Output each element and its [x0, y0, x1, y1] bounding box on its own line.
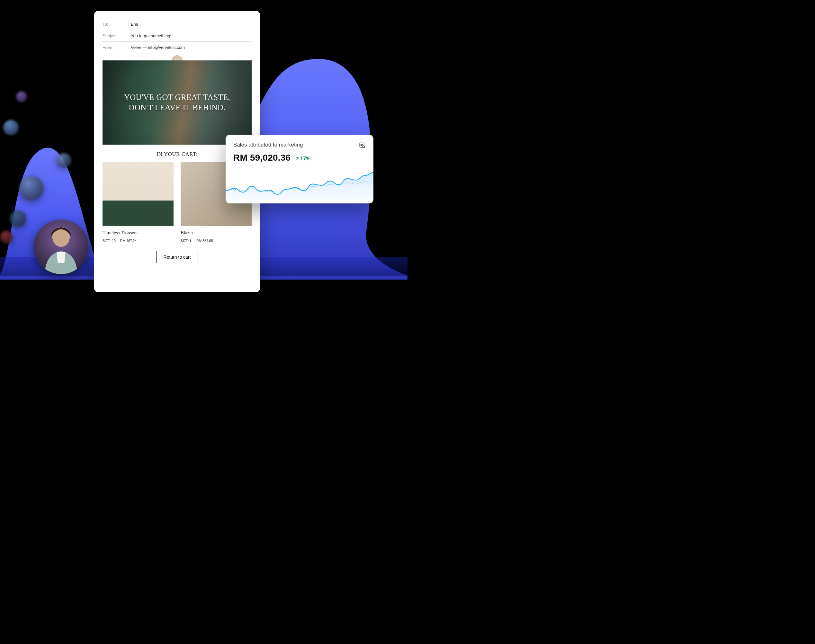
- email-header: To: Emi Subject: You forgot something! F…: [103, 18, 252, 53]
- email-to-row: To: Emi: [103, 18, 252, 30]
- report-search-icon[interactable]: [358, 142, 366, 149]
- email-subject-value: You forgot something!: [131, 34, 171, 38]
- email-hero-wrap: YOU'VE GOT GREAT TASTE, DON'T LEAVE IT B…: [103, 60, 252, 145]
- email-from-value: Verve — info@verveknit.com: [131, 45, 185, 50]
- email-subject-label: Subject:: [103, 34, 131, 38]
- cart-product[interactable]: Timeless Trousers SIZE: 10 RM 467.24: [103, 162, 173, 242]
- user-avatar: [34, 219, 88, 274]
- sales-metric-card: Sales attributed to marketing RM 59,020.…: [225, 135, 374, 204]
- product-size: SIZE: 10: [103, 239, 116, 242]
- svg-rect-2: [360, 143, 364, 147]
- arrow-up-right-icon: [295, 156, 299, 161]
- product-price: RM 584.05: [196, 239, 213, 242]
- email-from-row: From: Verve — info@verveknit.com: [103, 42, 252, 53]
- avatar-bubble: [16, 91, 27, 102]
- avatar-bubble: [0, 231, 13, 244]
- email-to-value: Emi: [131, 22, 138, 27]
- avatar-bubble: [57, 153, 71, 168]
- metric-delta: 17%: [295, 156, 311, 162]
- product-meta: SIZE: L RM 584.05: [181, 239, 252, 242]
- svg-line-6: [364, 147, 365, 148]
- email-from-label: From:: [103, 45, 131, 50]
- metric-delta-value: 17%: [300, 156, 311, 162]
- metric-sparkline: [225, 168, 374, 204]
- product-size: SIZE: L: [181, 239, 192, 242]
- product-meta: SIZE: 10 RM 467.24: [103, 239, 173, 242]
- product-price: RM 467.24: [120, 239, 136, 242]
- product-name: Timeless Trousers: [103, 230, 173, 236]
- return-to-cart-button[interactable]: Return to cart: [156, 251, 198, 263]
- avatar-bubble: [3, 120, 18, 135]
- email-subject-row: Subject: You forgot something!: [103, 30, 252, 42]
- email-to-label: To:: [103, 22, 131, 27]
- avatar-bubble: [10, 210, 26, 227]
- email-hero-headline: YOU'VE GOT GREAT TASTE, DON'T LEAVE IT B…: [103, 60, 252, 145]
- product-name: Blazer: [181, 230, 252, 236]
- product-image: [103, 162, 173, 226]
- metric-value: RM 59,020.36: [233, 153, 291, 163]
- email-hero-image: YOU'VE GOT GREAT TASTE, DON'T LEAVE IT B…: [103, 60, 252, 145]
- avatar-bubble: [19, 176, 44, 201]
